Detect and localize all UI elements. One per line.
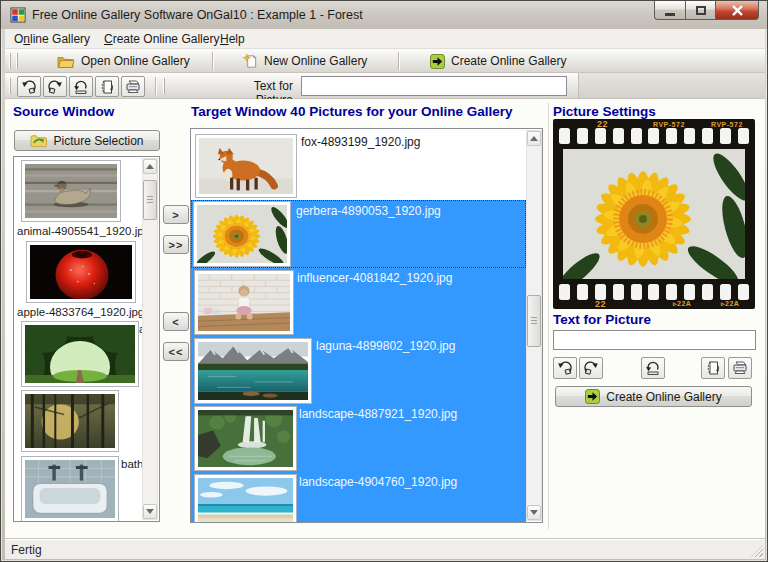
target-item-landscape-waterfall[interactable]: landscape-4887921_1920.jpg	[191, 404, 526, 472]
thumbnail-fox[interactable]	[195, 134, 297, 198]
source-window-title: Source Window	[13, 104, 114, 119]
scroll-down-icon	[530, 510, 538, 515]
target-item-influencer[interactable]: influencer-4081842_1920.jpg	[191, 268, 526, 336]
rotate-left-button[interactable]	[17, 76, 41, 97]
close-button[interactable]	[716, 1, 759, 20]
target-filename-fox: fox-4893199_1920.jpg	[301, 135, 420, 149]
move-all-left-button[interactable]: <<	[163, 342, 189, 361]
target-item-landscape-beach[interactable]: landscape-4904760_1920.jpg	[191, 472, 526, 523]
settings-text-for-picture-input[interactable]	[553, 330, 756, 350]
target-scrollbar-thumb[interactable]	[527, 295, 541, 347]
toolbar-grip	[9, 53, 11, 69]
film-marking: RVP-572	[653, 121, 685, 128]
thumbnail-influencer[interactable]	[194, 270, 294, 335]
toolbar-spacer	[578, 73, 765, 99]
move-right-button[interactable]: >	[163, 205, 189, 224]
titlebar[interactable]: Free Online Gallery Software OnGal10 : E…	[1, 1, 767, 29]
settings-print-picture-button[interactable]	[728, 357, 752, 379]
source-scroll-up-button[interactable]	[143, 159, 157, 174]
flip-picture-button[interactable]	[95, 76, 119, 97]
target-item-laguna[interactable]: laguna-4899802_1920.jpg	[191, 336, 526, 404]
window-title: Free Online Gallery Software OnGal10 : E…	[32, 8, 363, 22]
target-picture-list[interactable]: fox-4893199_1920.jpg gerbera-4890053_192…	[190, 128, 543, 523]
source-scrollbar[interactable]	[142, 158, 158, 520]
target-scroll-down-button[interactable]	[527, 505, 541, 520]
text-for-picture-input[interactable]	[301, 76, 567, 96]
create-gallery-icon	[430, 54, 445, 69]
thumbnail-forest[interactable]	[21, 390, 119, 452]
create-toolbar-button-label: Create Online Gallery	[451, 54, 566, 68]
print-icon	[732, 360, 748, 376]
film-strip-preview: 22 RVP-572 RVP-572 22 ▹22A ▹22A	[553, 119, 755, 309]
thumbnail-red-apple[interactable]	[26, 241, 136, 303]
new-online-gallery-button[interactable]: New Online Gallery	[233, 51, 377, 71]
toolbar-separator	[398, 52, 400, 70]
picture-selection-button[interactable]: Picture Selection	[14, 130, 160, 151]
status-text: Fertig	[11, 543, 42, 557]
main-toolbar: Open Online Gallery New Online Gallery C…	[5, 49, 765, 73]
menu-online-gallery[interactable]: Online Gallery	[14, 32, 90, 46]
thumbnail-beach[interactable]	[194, 474, 297, 523]
target-scroll-up-button[interactable]	[527, 131, 541, 146]
menu-create-online-gallery[interactable]: Create Online Gallery	[104, 32, 219, 46]
thumbnail-animal-duck[interactable]	[21, 160, 121, 222]
app-icon	[10, 7, 26, 23]
target-filename-laguna: laguna-4899802_1920.jpg	[316, 339, 455, 353]
toolbar-separator	[155, 77, 157, 95]
picture-selection-label: Picture Selection	[53, 134, 143, 148]
create-online-gallery-button[interactable]: Create Online Gallery	[555, 386, 752, 407]
rotate-left-icon	[557, 360, 573, 376]
source-scroll-down-button[interactable]	[143, 504, 157, 519]
source-filename-apple: apple-4833764_1920.jpg	[17, 306, 143, 318]
minimize-button[interactable]	[654, 1, 685, 20]
open-button-label: Open Online Gallery	[81, 54, 190, 68]
thumbnail-bathroom[interactable]	[21, 456, 119, 522]
rotate-right-button[interactable]	[43, 76, 67, 97]
thumbnail-laguna[interactable]	[194, 338, 312, 404]
create-online-gallery-toolbar-button[interactable]: Create Online Gallery	[420, 51, 576, 71]
main-area: Source Window Picture Selection animal-4…	[5, 99, 765, 539]
picture-selection-icon	[30, 133, 47, 148]
create-gallery-icon	[585, 389, 600, 404]
resize-grip[interactable]	[751, 545, 763, 557]
settings-rotate-180-button[interactable]	[641, 357, 665, 379]
target-window-title: Target Window 40 Pictures for your Onlin…	[191, 104, 512, 119]
rotate-right-icon	[47, 79, 63, 95]
maximize-button[interactable]	[685, 1, 716, 20]
rotate-left-icon	[21, 79, 37, 95]
open-online-gallery-button[interactable]: Open Online Gallery	[47, 51, 200, 71]
rotate-180-button[interactable]	[69, 76, 93, 97]
target-item-gerbera[interactable]: gerbera-4890053_1920.jpg	[191, 200, 526, 268]
target-scrollbar[interactable]	[526, 130, 542, 521]
settings-rotate-right-button[interactable]	[579, 357, 603, 379]
target-filename-gerbera: gerbera-4890053_1920.jpg	[296, 204, 441, 218]
settings-rotate-left-button[interactable]	[553, 357, 577, 379]
thumbnail-waterfall[interactable]	[194, 406, 297, 471]
menu-help[interactable]: Help	[220, 32, 245, 46]
thumbnail-tree-avenue[interactable]	[21, 321, 139, 387]
target-item-fox[interactable]: fox-4893199_1920.jpg	[191, 132, 526, 200]
source-scrollbar-thumb[interactable]	[143, 180, 157, 220]
target-filename-landscape-waterfall: landscape-4887921_1920.jpg	[299, 407, 457, 421]
toolbar-grip	[9, 78, 11, 94]
settings-flip-picture-button[interactable]	[701, 357, 725, 379]
thumbnail-gerbera[interactable]	[193, 201, 291, 267]
source-picture-list[interactable]: animal-4905541_1920.jpg apple-4833764_19…	[13, 156, 160, 522]
open-folder-icon	[57, 54, 75, 69]
target-filename-influencer: influencer-4081842_1920.jpg	[297, 271, 452, 285]
print-picture-button[interactable]	[121, 76, 145, 97]
film-marking: ▹22A	[673, 300, 691, 308]
target-filename-landscape-beach: landscape-4904760_1920.jpg	[299, 475, 457, 489]
rotate-right-icon	[583, 360, 599, 376]
move-all-right-button[interactable]: >>	[163, 235, 189, 254]
rotate-180-icon	[645, 360, 661, 376]
panel-divider	[548, 103, 550, 529]
toolbar-separator	[212, 52, 214, 70]
film-marking: 22	[595, 299, 606, 309]
window-controls	[654, 1, 759, 20]
picture-settings-title: Picture Settings	[553, 104, 656, 119]
toolbar-grip	[163, 78, 165, 94]
move-left-button[interactable]: <	[163, 312, 189, 331]
statusbar: Fertig	[5, 539, 765, 559]
source-filename-animal: animal-4905541_1920.jpg	[17, 225, 143, 237]
